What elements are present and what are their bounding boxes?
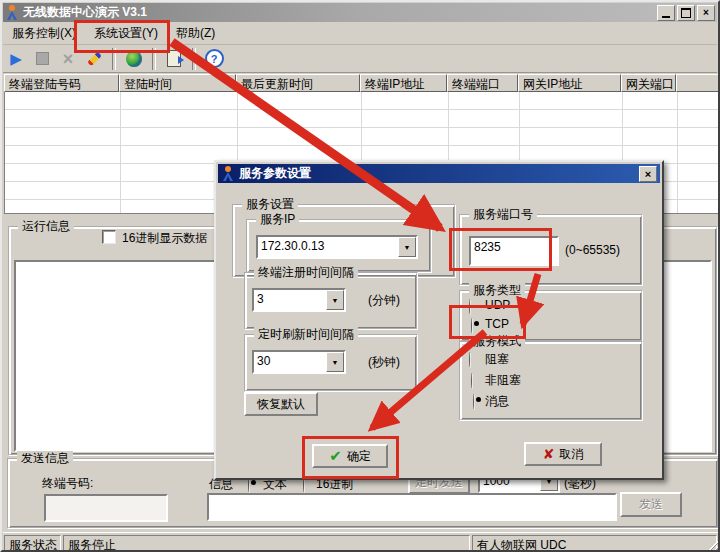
register-interval-label: 终端注册时间间隔	[254, 265, 358, 279]
nonblock-radio[interactable]	[471, 373, 473, 389]
menu-help[interactable]: 帮助(Z)	[167, 23, 224, 44]
service-ip-label: 服务IP	[256, 212, 299, 226]
refresh-interval-unit: (秒钟)	[368, 354, 400, 371]
service-port-input[interactable]: 8235	[469, 236, 559, 266]
col-empty	[676, 74, 720, 92]
clear-x-icon: ×	[63, 50, 74, 68]
nonblock-radio-label[interactable]: 非阻塞	[485, 372, 521, 389]
service-ip-combo[interactable]: 172.30.0.13 ▼	[256, 235, 418, 259]
play-icon: ▶	[10, 51, 22, 66]
udp-radio[interactable]	[469, 299, 471, 315]
toolbar: ▶ × ?	[3, 45, 717, 73]
app-icon	[5, 5, 19, 20]
chevron-down-icon[interactable]: ▼	[398, 237, 416, 257]
check-icon: ✔	[329, 447, 342, 465]
help-icon: ?	[205, 49, 224, 68]
globe-icon	[126, 51, 142, 67]
chevron-down-icon[interactable]: ▼	[326, 352, 344, 372]
message-radio-label[interactable]: 消息	[485, 393, 509, 410]
terminal-number-input[interactable]	[44, 494, 168, 522]
x-icon: ✘	[543, 446, 555, 462]
exit-button[interactable]	[161, 47, 187, 71]
terminal-number-label: 终端号码:	[42, 475, 93, 492]
chevron-down-icon[interactable]: ▼	[326, 290, 344, 310]
window-title: 无线数据中心演示 V3.1	[23, 4, 147, 21]
hex-display-checkbox[interactable]	[102, 230, 116, 244]
refresh-interval-group: 定时刷新时间间隔 30 ▼ (秒钟)	[244, 334, 418, 392]
toolbar-separator	[112, 48, 116, 70]
status-label-panel: 服务状态	[4, 535, 61, 551]
network-button[interactable]	[121, 47, 147, 71]
app-window: 无线数据中心演示 V3.1 × 服务控制(X) 系统设置(Y) 帮助(Z) ▶ …	[0, 0, 720, 552]
service-mode-label: 服务模式	[469, 334, 525, 348]
service-port-label: 服务端口号	[469, 207, 537, 221]
service-settings-label: 服务设置	[242, 197, 298, 211]
toolbar-separator	[192, 48, 196, 70]
menu-service-control[interactable]: 服务控制(X)	[3, 23, 85, 44]
grid-line	[677, 92, 678, 213]
grid-line	[120, 92, 121, 213]
help-button[interactable]: ?	[201, 47, 227, 71]
refresh-interval-label: 定时刷新时间间隔	[254, 327, 358, 341]
send-info-label: 发送信息	[17, 451, 73, 465]
block-radio[interactable]	[469, 352, 471, 368]
maximize-button[interactable]	[677, 5, 695, 21]
minimize-button[interactable]	[657, 5, 675, 21]
hex-display-label[interactable]: 16进制显示数据	[122, 230, 207, 247]
run-info-label: 运行信息	[18, 219, 74, 233]
col-login-time[interactable]: 登陆时间	[119, 74, 236, 92]
start-service-button[interactable]: ▶	[3, 47, 29, 71]
status-value-panel: 服务停止	[63, 535, 470, 551]
pen-icon	[87, 51, 102, 66]
service-params-dialog: 服务参数设置 × 服务设置 服务IP 172.30.0.13 ▼ 终端注册时间间…	[214, 160, 664, 480]
title-bar: 无线数据中心演示 V3.1 ×	[3, 3, 717, 22]
vendor-panel: 有人物联网 UDC	[472, 535, 717, 551]
close-button[interactable]: ×	[697, 5, 715, 21]
service-port-hint: (0~65535)	[565, 243, 620, 257]
menu-bar: 服务控制(X) 系统设置(Y) 帮助(Z)	[3, 22, 717, 45]
terminal-table-header: 终端登陆号码 登陆时间 最后更新时间 终端IP地址 终端端口 网关IP地址 网关…	[4, 74, 720, 92]
status-bar: 服务状态 服务停止 有人物联网 UDC	[3, 532, 719, 552]
service-type-label: 服务类型	[469, 283, 525, 297]
cancel-button[interactable]: ✘ 取消	[524, 442, 602, 466]
clear-button[interactable]: ×	[55, 47, 81, 71]
service-port-group: 服务端口号 8235 (0~65535)	[459, 214, 643, 286]
send-button[interactable]: 发送	[620, 492, 682, 517]
config-button[interactable]	[81, 47, 107, 71]
menu-system-settings[interactable]: 系统设置(Y)	[85, 23, 167, 44]
message-radio[interactable]	[473, 394, 475, 410]
stop-service-button[interactable]	[29, 47, 55, 71]
exit-door-icon	[167, 50, 181, 67]
tcp-radio-label[interactable]: TCP	[485, 317, 509, 331]
restore-default-button[interactable]: 恢复默认	[244, 392, 318, 416]
col-last-update-time[interactable]: 最后更新时间	[236, 74, 360, 92]
col-terminal-port[interactable]: 终端端口	[447, 74, 518, 92]
refresh-interval-combo[interactable]: 30 ▼	[252, 350, 346, 374]
service-mode-group: 服务模式 阻塞 非阻塞 消息	[459, 341, 643, 421]
tcp-radio[interactable]	[471, 318, 473, 334]
udp-radio-label[interactable]: UDP	[485, 298, 510, 312]
dialog-icon	[221, 166, 235, 181]
message-input[interactable]	[207, 493, 617, 521]
dialog-close-button[interactable]: ×	[639, 166, 657, 182]
col-terminal-login-number[interactable]: 终端登陆号码	[4, 74, 119, 92]
ok-button[interactable]: ✔ 确定	[312, 444, 388, 468]
toolbar-separator	[152, 48, 156, 70]
col-terminal-ip[interactable]: 终端IP地址	[360, 74, 447, 92]
dialog-title-bar: 服务参数设置 ×	[218, 164, 660, 183]
col-gateway-port[interactable]: 网关端口	[621, 74, 676, 92]
register-interval-unit: (分钟)	[368, 292, 400, 309]
stop-icon	[36, 52, 49, 65]
dialog-title: 服务参数设置	[239, 165, 311, 182]
col-gateway-ip[interactable]: 网关IP地址	[518, 74, 621, 92]
block-radio-label[interactable]: 阻塞	[485, 351, 509, 368]
register-interval-combo[interactable]: 3 ▼	[252, 288, 346, 312]
register-interval-group: 终端注册时间间隔 3 ▼ (分钟)	[244, 272, 418, 330]
